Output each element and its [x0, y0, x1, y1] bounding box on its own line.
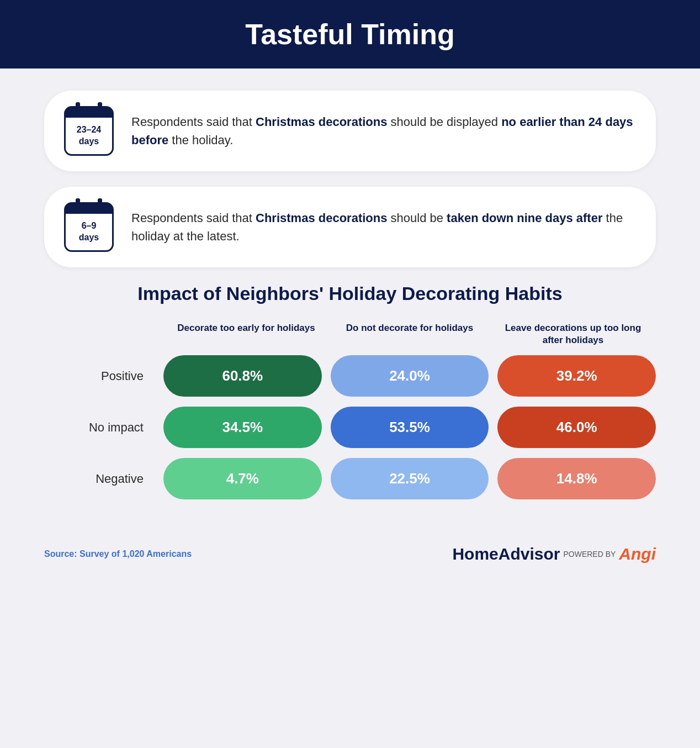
- brand-homeadvisor: HomeAdvisor: [452, 545, 560, 563]
- brand-logo: HomeAdvisor POWERED BY Angi: [452, 545, 656, 563]
- pill-noimpact-col2: 53.5%: [331, 407, 489, 448]
- brand-powered-by: POWERED BY: [563, 550, 616, 559]
- pill-noimpact-col3: 46.0%: [497, 407, 656, 448]
- pill-positive-col1: 60.8%: [163, 355, 322, 397]
- info-card-1: 23–24days Respondents said that Christma…: [44, 91, 656, 171]
- row-label-positive: Positive: [44, 369, 155, 383]
- info-card-2: 6–9days Respondents said that Christmas …: [44, 187, 656, 267]
- footer: Source: Survey of 1,020 Americans HomeAd…: [0, 531, 700, 580]
- chart-title: Impact of Neighbors' Holiday Decorating …: [44, 283, 656, 304]
- card-1-text: Respondents said that Christmas decorati…: [131, 113, 636, 149]
- chart-section: Impact of Neighbors' Holiday Decorating …: [44, 283, 656, 499]
- pill-positive-col3: 39.2%: [497, 355, 656, 397]
- calendar-label-1: 23–24days: [77, 124, 102, 148]
- source-detail: Survey of 1,020 Americans: [77, 549, 192, 559]
- source-label: Source:: [44, 549, 77, 559]
- chart-row-noimpact: No impact 34.5% 53.5% 46.0%: [44, 407, 656, 448]
- row-label-noimpact: No impact: [44, 420, 155, 435]
- calendar-icon-2: 6–9days: [64, 202, 114, 252]
- card-2-text: Respondents said that Christmas decorati…: [131, 209, 636, 245]
- chart-table: Decorate too early for holidays Do not d…: [44, 322, 656, 499]
- col-header-3: Leave decorations up too long after holi…: [496, 322, 650, 346]
- source-attribution: Source: Survey of 1,020 Americans: [44, 549, 192, 559]
- row-label-negative: Negative: [44, 472, 155, 486]
- pill-noimpact-col1: 34.5%: [163, 407, 322, 448]
- page-header: Tasteful Timing: [0, 0, 700, 69]
- main-content: 23–24days Respondents said that Christma…: [0, 69, 700, 531]
- pill-positive-col2: 24.0%: [331, 355, 489, 397]
- chart-row-negative: Negative 4.7% 22.5% 14.8%: [44, 458, 656, 499]
- chart-headers: Decorate too early for holidays Do not d…: [44, 322, 656, 346]
- pill-negative-col1: 4.7%: [163, 458, 322, 499]
- calendar-label-2: 6–9days: [79, 220, 99, 244]
- pill-negative-col3: 14.8%: [497, 458, 656, 499]
- page-title: Tasteful Timing: [33, 18, 667, 51]
- col-header-1: Decorate too early for holidays: [169, 322, 324, 346]
- pill-negative-col2: 22.5%: [331, 458, 489, 499]
- chart-row-positive: Positive 60.8% 24.0% 39.2%: [44, 355, 656, 397]
- col-header-2: Do not decorate for holidays: [332, 322, 487, 346]
- calendar-icon-1: 23–24days: [64, 106, 114, 156]
- brand-angi: Angi: [619, 545, 656, 563]
